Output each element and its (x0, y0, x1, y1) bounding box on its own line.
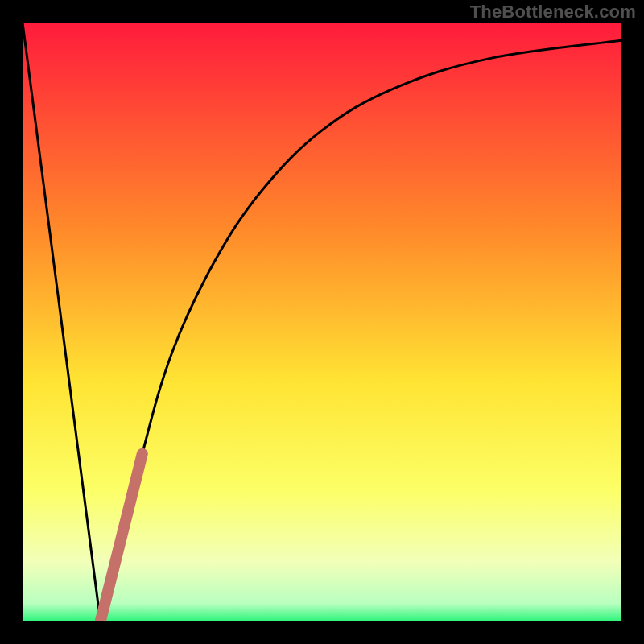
attribution-watermark: TheBottleneck.com (470, 2, 636, 23)
plot-area (23, 23, 621, 621)
gradient-background (23, 23, 621, 621)
bottleneck-chart (23, 23, 621, 621)
chart-frame: TheBottleneck.com (0, 0, 644, 644)
